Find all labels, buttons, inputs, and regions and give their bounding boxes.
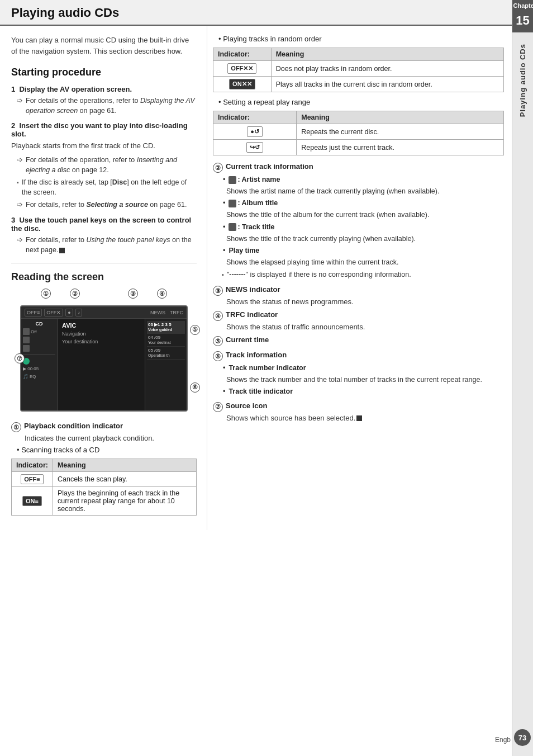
arrow-icon: ➩ [17,235,23,245]
callout-6: ⑥ [190,382,200,393]
circle-5: ⑤ [213,336,223,346]
chapter-number: 15 [512,11,534,32]
screen-mockup: OFF≡ OFF✕ ● ♪ NEWS TRFC CD [20,305,188,412]
main-content: Playing audio CDs You can play a normal … [0,0,512,530]
step-3: 3 Use the touch panel keys on the screen… [11,216,197,255]
screen-topbar: OFF≡ OFF✕ ● ♪ NEWS TRFC [21,306,187,319]
left-column: You can play a normal music CD using the… [0,26,207,530]
repeat-table: Indicator: Meaning ●↺ Repeats the curren… [213,111,504,155]
circle-7: ⑦ [213,402,223,412]
step-2-body: Playback starts from the first track of … [11,140,197,152]
track-title-item: • : Track title [223,222,504,232]
meaning-header: Meaning [53,459,196,472]
section-divider [11,263,197,263]
track-number-indicator-item: • Track number indicator [223,363,504,373]
right-callouts: ⑤ ⑥ [190,301,193,416]
square-icon: ▪ [222,271,224,280]
table-row: ON✕✕ Plays all tracks in the current dis… [213,77,504,92]
track-information-header: ⑥ Track information [213,351,504,361]
screen-diagram: ① ② ③ ④ ⑦ OFF≡ OFF [15,289,193,416]
indicator-header: Indicator: [12,459,53,472]
scanning-table: Indicator: Meaning OFF≡ Cancels the scan… [11,459,197,516]
play-time-item: • Play time [223,245,504,256]
artist-name-item: • : Artist name [223,174,504,185]
screen-body: CD Off [21,319,187,410]
trfc-description: Shows the status of traffic announcement… [226,323,504,331]
meaning-header: Meaning [297,111,504,124]
right-sidebar: Chapter 15 Playing audio CDs [512,0,533,756]
page-number: 73 [514,729,531,746]
news-indicator-header: ③ NEWS indicator [213,285,504,296]
news-description: Shows the status of news programmes. [226,297,504,306]
repeat-label: • Setting a repeat play range [218,98,504,106]
step-1-bullet-1: ➩ For details of the operations, refer t… [17,96,197,116]
arrow-icon: ➩ [17,200,23,210]
screen-row: ⑦ OFF≡ OFF✕ ● ♪ NEWS TRFC [15,301,193,416]
scanning-label: • Scanning tracks of a CD [17,446,197,454]
step-2: 2 Insert the disc you want to play into … [11,121,197,210]
screen-center-panel: AVIC Navigation Your destination [58,319,145,410]
reading-screen-title: Reading the screen [11,271,197,283]
table-row: OFF≡ Cancels the scan play. [12,472,197,487]
circle-3: ③ [213,286,223,296]
circle-2: ② [213,163,223,173]
step-1: 1 Display the AV operation screen. ➩ For… [11,85,197,116]
track-number-desc: Shows the track number and the total num… [226,375,504,385]
step-3-heading: 3 Use the touch panel keys on the screen… [11,216,197,233]
square-icon: ▪ [17,178,19,187]
source-icon-description: Shows which source has been selected. [226,414,504,422]
page-title: Playing audio CDs [11,6,119,20]
step-3-bullet-1: ➩ For details, refer to Using the touch … [17,235,197,255]
content-columns: You can play a normal music CD using the… [0,26,512,530]
starting-procedure-title: Starting procedure [11,67,197,78]
callout-2: ② [70,289,80,299]
callout-3: ③ [128,289,138,299]
person-icon [23,328,30,335]
circle-4: ④ [213,311,223,321]
callout-6-row: ⑥ [190,387,193,388]
callout-4: ④ [157,289,167,299]
table-row: ●↺ Repeats the current disc. [213,124,504,140]
playback-description: Indicates the current playback condition… [25,434,197,442]
meaning-header: Meaning [271,48,503,61]
circle-6: ⑥ [213,351,223,361]
sidebar-text: Playing audio CDs [518,44,527,117]
trfc-indicator-header: ④ TRFC indicator [213,310,504,321]
table-row: ↪↺ Repeats just the current track. [213,140,504,155]
indicator-header: Indicator: [213,111,297,124]
album-title-desc: Shows the title of the album for the cur… [226,210,504,220]
indicator-header: Indicator: [213,48,272,61]
play-time-desc: Shows the elapsed playing time within th… [226,257,504,267]
table-row: OFF✕✕ Does not play tracks in random ord… [213,61,504,77]
callout-1: ① [41,289,51,299]
table-row: ON≡ Plays the beginning of each track in… [12,487,197,516]
callout-5-row: ⑤ [190,329,193,330]
page-header: Playing audio CDs [0,0,512,26]
step-2-bullet-1: ➩ For details of the operation, refer to… [17,155,197,175]
playback-section-header: ① Playback condition indicator [11,422,197,432]
source-icon-header: ⑦ Source icon [213,401,504,412]
disc-icon [229,200,236,207]
circle-1: ① [11,422,21,432]
chapter-label: Chapter [512,0,534,11]
end-square-icon [356,415,362,421]
person-icon [229,176,236,184]
engb-label: Engb [495,736,511,744]
current-track-header: ② Current track information [213,162,504,173]
intro-text: You can play a normal music CD using the… [11,35,197,56]
screen-right-panel: 03 ▶1 2 3 5Voice guided 04 /09Your desti… [145,319,187,410]
screen-left-panel: CD Off [21,319,58,410]
current-time-header: ⑤ Current time [213,336,504,346]
arrow-icon: ➩ [17,155,23,166]
track-title-desc: Shows the title of the track currently p… [226,234,504,244]
note-icon [23,345,30,352]
arrow-icon: ➩ [17,96,23,106]
track-title-indicator-item: • Track title indicator [223,386,504,396]
random-label: • Playing tracks in random order [218,35,504,43]
step-2-heading: 2 Insert the disc you want to play into … [11,121,197,138]
artist-name-desc: Shows the artist name of the track curre… [226,186,504,196]
dashes-note: ▪ "-------" is displayed if there is no … [222,270,504,280]
step-1-heading: 1 Display the AV operation screen. [11,85,197,93]
callout-5: ⑤ [190,325,200,335]
step-2-bullet-3: ➩ For details, refer to Selecting a sour… [17,200,197,210]
